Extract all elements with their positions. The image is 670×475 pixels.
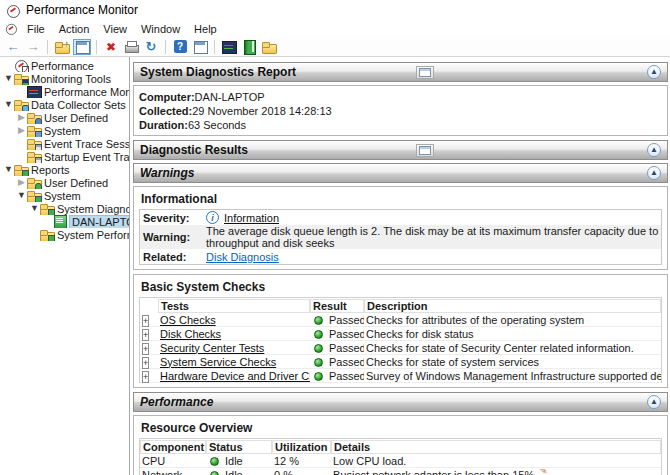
expand-plus-icon[interactable]: +	[142, 357, 149, 369]
folder-report-icon	[14, 163, 28, 176]
table-grid-icon[interactable]	[416, 144, 434, 157]
details-value: Busiest network adapter is less than 15%…	[333, 469, 537, 475]
tree-item-user-defined[interactable]: ▶User Defined	[0, 111, 129, 124]
tree-item-label: System	[44, 190, 81, 202]
expand-plus-icon[interactable]: +	[142, 343, 149, 355]
tree-item-label: System	[44, 125, 81, 137]
menu-bar: File Action View Window Help	[0, 20, 670, 37]
description-value: Survey of Windows Management Infrastruct…	[364, 370, 661, 382]
menu-action[interactable]: Action	[52, 22, 97, 36]
tree-item-startup-event-trace[interactable]: Startup Event Trace Ses	[0, 150, 129, 163]
tree-item-performance-monitor[interactable]: Performance Monitor	[0, 85, 129, 98]
tree-item-system[interactable]: ▶System	[0, 124, 129, 137]
tree-item-label: User Defined	[44, 112, 108, 124]
tree-item-label: Monitoring Tools	[31, 73, 111, 85]
details-header: Details	[331, 440, 661, 454]
basic-checks-title: Basic System Checks	[139, 277, 662, 297]
expand-plus-icon[interactable]: +	[142, 329, 149, 341]
tree-arrow-icon[interactable]: ▼	[29, 202, 40, 215]
up-folder-icon[interactable]: ↑	[53, 39, 71, 55]
tree-arrow-icon[interactable]: ▼	[3, 163, 14, 176]
forward-icon[interactable]: →	[24, 39, 42, 55]
perfmon-icon	[14, 59, 28, 72]
status-value: Idle	[225, 455, 243, 467]
tree-item-label: System Diagnostics	[57, 203, 129, 215]
expand-plus-icon[interactable]: +	[142, 315, 149, 327]
delete-icon[interactable]: ✖	[102, 39, 120, 55]
tree-arrow-icon[interactable]: ▼	[3, 98, 14, 111]
toolbar-separator	[165, 40, 166, 54]
expand-plus-icon[interactable]: +	[142, 371, 149, 383]
utilization-header: Utilization	[272, 440, 331, 454]
tree-arrow-icon[interactable]: ▶	[16, 176, 27, 189]
severity-row: Severity: i Information	[140, 210, 661, 225]
tree-item-dan-laptop-2[interactable]: DAN-LAPTOP_2	[0, 215, 129, 228]
help-icon[interactable]: ?	[171, 39, 189, 55]
toolbar: ← → ↑ ✖ ↻ ?	[0, 37, 670, 57]
menu-file[interactable]: File	[20, 22, 52, 36]
console-tree-icon[interactable]	[73, 39, 91, 55]
menu-view[interactable]: View	[96, 22, 134, 36]
collapse-button[interactable]: ▲	[647, 166, 661, 180]
severity-label: Severity:	[140, 212, 206, 224]
new-window-folder-icon[interactable]	[260, 39, 278, 55]
security-center-tests-link[interactable]: Security Center Tests	[160, 342, 264, 354]
tree-item-label: Performance Monitor	[44, 86, 129, 98]
warning-row: Warning: The average disk queue length i…	[140, 225, 661, 249]
tree-arrow-icon[interactable]: ▶	[16, 111, 27, 124]
tree-item-system-performance[interactable]: System Performanc	[0, 228, 129, 241]
computer-value: DAN-LAPTOP	[195, 91, 265, 103]
table-grid-icon[interactable]	[416, 66, 434, 79]
tree-item-label: Performance	[31, 60, 94, 72]
menu-help[interactable]: Help	[187, 22, 224, 36]
tree-item-data-collector-sets[interactable]: ▼Data Collector Sets	[0, 98, 129, 111]
collapse-button[interactable]: ▲	[647, 395, 661, 409]
disk-diagnosis-link[interactable]: Disk Diagnosis	[206, 251, 279, 263]
system-service-checks-link[interactable]: System Service Checks	[160, 356, 276, 368]
folder-event-icon	[27, 150, 41, 163]
collected-label: Collected:	[139, 105, 192, 117]
information-link[interactable]: Information	[224, 212, 279, 224]
note-icon[interactable]: ✎	[539, 469, 547, 475]
tree-arrow-icon[interactable]: ▶	[16, 124, 27, 137]
warning-label: Warning:	[140, 231, 206, 243]
tree-item-reports[interactable]: ▼Reports	[0, 163, 129, 176]
folder-data-icon	[14, 98, 28, 111]
tree-item-reports-user-defined[interactable]: ▶User Defined	[0, 176, 129, 189]
print-icon[interactable]	[122, 39, 140, 55]
tree-item-reports-system[interactable]: ▼System	[0, 189, 129, 202]
folder-event-icon	[27, 137, 41, 150]
related-label: Related:	[140, 251, 206, 263]
folder-user-icon	[27, 111, 41, 124]
tree-arrow-icon[interactable]: ▼	[3, 72, 14, 85]
result-value: Passed	[329, 356, 364, 368]
duration-label: Duration:	[139, 119, 188, 131]
menu-window[interactable]: Window	[134, 22, 187, 36]
description-value: Checks for state of system services	[364, 356, 661, 368]
os-checks-link[interactable]: OS Checks	[160, 314, 216, 326]
folder-user-icon	[27, 176, 41, 189]
report-book-icon[interactable]	[240, 39, 258, 55]
chart-icon[interactable]	[220, 39, 238, 55]
back-icon[interactable]: ←	[4, 39, 22, 55]
collapse-button[interactable]: ▲	[647, 143, 661, 157]
informational-table: Severity: i Information Warning: The ave…	[139, 209, 662, 265]
component-header: Component	[140, 440, 206, 454]
window-icon[interactable]	[191, 39, 209, 55]
folder-system-icon	[27, 124, 41, 137]
collapse-button[interactable]: ▲	[647, 65, 661, 79]
hardware-device-driver-checks-link[interactable]: Hardware Device and Driver Checks	[160, 370, 310, 382]
refresh-icon[interactable]: ↻	[142, 39, 160, 55]
resource-overview-title: Resource Overview	[139, 418, 662, 438]
tree-item-performance[interactable]: Performance	[0, 59, 129, 72]
resource-overview-box: Resource Overview Component Status Utili…	[133, 415, 668, 475]
tree-item-event-trace-sessions[interactable]: Event Trace Sessions	[0, 137, 129, 150]
tree-arrow-icon[interactable]: ▼	[16, 189, 27, 202]
tree-item-monitoring-tools[interactable]: ▼Monitoring Tools	[0, 72, 129, 85]
table-row: CPU Idle 12 % Low CPU load.	[140, 454, 661, 468]
disk-checks-link[interactable]: Disk Checks	[160, 328, 221, 340]
result-value: Passed	[329, 370, 364, 382]
toolbar-separator	[96, 40, 97, 54]
tree-item-system-diagnostics[interactable]: ▼System Diagnostics	[0, 202, 129, 215]
component-value: CPU	[140, 455, 206, 467]
